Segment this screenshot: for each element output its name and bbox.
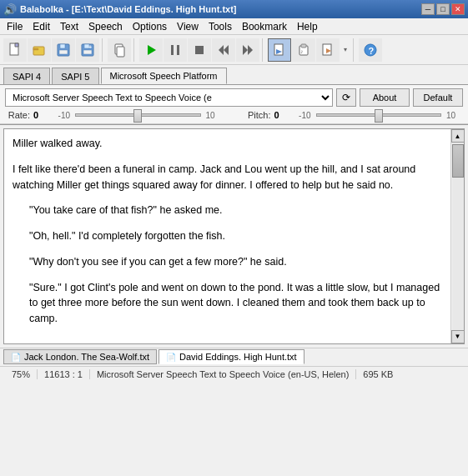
paragraph-5: "Why don't you see if you can get a few …	[29, 254, 442, 270]
svg-rect-15	[195, 46, 204, 54]
toolbar: + ♪ ▾ ?	[0, 35, 468, 65]
maximize-button[interactable]: □	[436, 3, 450, 15]
status-bar: 75% 11613 : 1 Microsoft Server Speech Te…	[0, 366, 468, 383]
save-button[interactable]	[52, 38, 75, 62]
speak-to-file-button[interactable]	[268, 38, 291, 62]
doc-tab-sea-wolf[interactable]: 📄 Jack London. The Sea-Wolf.txt	[3, 349, 157, 364]
svg-rect-1	[33, 47, 44, 55]
paragraph-3: "You take care of that fish?" he asked m…	[29, 203, 442, 218]
svg-text:+: +	[88, 44, 92, 50]
sep4	[353, 38, 356, 62]
menu-view[interactable]: View	[172, 19, 204, 34]
menu-speech[interactable]: Speech	[83, 19, 128, 34]
saveas-button[interactable]: +	[76, 38, 99, 62]
svg-text:♪: ♪	[300, 48, 304, 54]
voice-controls: Microsoft Server Speech Text to Speech V…	[0, 85, 468, 124]
svg-rect-5	[59, 50, 68, 54]
app-icon: 🔊	[3, 3, 17, 16]
paragraph-4: "Oh, hell." I'd completely forgotten the…	[29, 228, 442, 244]
document-tabs: 📄 Jack London. The Sea-Wolf.txt 📄 David …	[0, 348, 468, 366]
scroll-down-button[interactable]: ▼	[451, 330, 465, 343]
sep1	[102, 38, 105, 62]
pitch-slider[interactable]	[316, 113, 442, 117]
scroll-up-button[interactable]: ▲	[451, 129, 465, 143]
refresh-voices-button[interactable]: ⟳	[336, 88, 356, 107]
paragraph-1: Miller walked away.	[13, 136, 442, 152]
copy-clipboard-button[interactable]	[108, 38, 131, 62]
pitch-label: Pitch:	[246, 110, 271, 120]
rate-label: Rate:	[5, 110, 30, 120]
menu-file[interactable]: File	[2, 19, 28, 34]
help-button[interactable]: ?	[359, 38, 382, 62]
doc-tab-sea-wolf-label: Jack London. The Sea-Wolf.txt	[24, 352, 149, 362]
open-button[interactable]	[28, 38, 51, 62]
menu-options[interactable]: Options	[128, 19, 172, 34]
status-size: 695 KB	[356, 369, 463, 379]
speak-to-file2-button[interactable]	[316, 38, 340, 62]
svg-rect-2	[33, 48, 38, 50]
rate-min: -10	[53, 111, 70, 120]
paragraph-2: I felt like there'd been a funeral in ca…	[13, 162, 442, 193]
tab-sapi4[interactable]: SAPI 4	[3, 68, 50, 84]
status-zoom: 75%	[5, 369, 38, 379]
menu-edit[interactable]: Edit	[28, 19, 55, 34]
rate-value: 0	[33, 110, 50, 120]
close-button[interactable]: ✕	[451, 3, 465, 15]
tab-microsoft-speech-platform[interactable]: Microsoft Speech Platform	[101, 68, 227, 84]
menu-bookmark[interactable]: Bookmark	[237, 19, 292, 34]
scroll-track[interactable]	[452, 143, 464, 330]
main-divider	[0, 124, 468, 125]
stop-button[interactable]	[188, 38, 211, 62]
svg-marker-18	[243, 45, 248, 55]
pitch-max: 10	[446, 111, 463, 120]
text-content[interactable]: Miller walked away. I felt like there'd …	[4, 129, 450, 343]
svg-rect-13	[171, 45, 174, 55]
pitch-value: 0	[274, 110, 291, 120]
text-area-container: Miller walked away. I felt like there'd …	[3, 128, 465, 344]
status-voice: Microsoft Server Speech Text to Speech V…	[90, 369, 356, 379]
window-controls: ─ □ ✕	[421, 3, 465, 15]
svg-marker-19	[248, 45, 253, 55]
about-button[interactable]: About	[360, 88, 410, 107]
svg-rect-8	[83, 50, 92, 54]
doc-tab-high-hunt[interactable]: 📄 David Eddings. High Hunt.txt	[159, 349, 304, 364]
pitch-min: -10	[294, 111, 311, 120]
menu-text[interactable]: Text	[55, 19, 83, 34]
rate-thumb[interactable]	[133, 109, 142, 123]
doc-tab-high-hunt-icon: 📄	[166, 353, 176, 362]
default-button[interactable]: Default	[413, 88, 463, 107]
svg-rect-11	[117, 47, 124, 57]
scroll-thumb[interactable]	[452, 144, 464, 178]
voice-selector-row: Microsoft Server Speech Text to Speech V…	[5, 88, 463, 107]
svg-rect-14	[177, 45, 179, 55]
title-bar: 🔊 Balabolka - [E:\Text\David Eddings. Hi…	[0, 0, 468, 18]
sep2	[133, 38, 137, 62]
paragraph-6: "Sure." I got Clint's pole and went on d…	[29, 280, 442, 327]
menu-bar: FileEditTextSpeechOptionsViewToolsBookma…	[0, 18, 468, 35]
speech-tabs: SAPI 4 SAPI 5 Microsoft Speech Platform	[0, 65, 468, 85]
rewind-button[interactable]	[212, 38, 235, 62]
svg-marker-17	[219, 45, 224, 55]
menu-help[interactable]: Help	[292, 19, 323, 34]
menu-tools[interactable]: Tools	[204, 19, 237, 34]
tab-sapi5[interactable]: SAPI 5	[52, 68, 98, 84]
svg-rect-20	[274, 44, 283, 55]
scrollbar: ▲ ▼	[450, 129, 464, 343]
new-button[interactable]	[3, 38, 27, 62]
svg-rect-23	[301, 44, 306, 48]
status-position: 11613 : 1	[38, 369, 90, 379]
svg-text:?: ?	[369, 45, 375, 55]
rate-max: 10	[206, 111, 223, 120]
minimize-button[interactable]: ─	[421, 3, 435, 15]
rate-slider[interactable]	[75, 113, 201, 117]
doc-tab-high-hunt-label: David Eddings. High Hunt.txt	[179, 352, 297, 362]
svg-marker-16	[224, 45, 229, 55]
speak-clipboard-button[interactable]: ♪	[292, 38, 315, 62]
voice-dropdown[interactable]: Microsoft Server Speech Text to Speech V…	[5, 88, 333, 107]
sep3	[262, 38, 265, 62]
fastforward-button[interactable]	[236, 38, 259, 62]
toolbar-dropdown[interactable]: ▾	[340, 38, 350, 62]
play-button[interactable]	[139, 38, 163, 62]
pause-button[interactable]	[164, 38, 187, 62]
pitch-thumb[interactable]	[375, 109, 383, 123]
